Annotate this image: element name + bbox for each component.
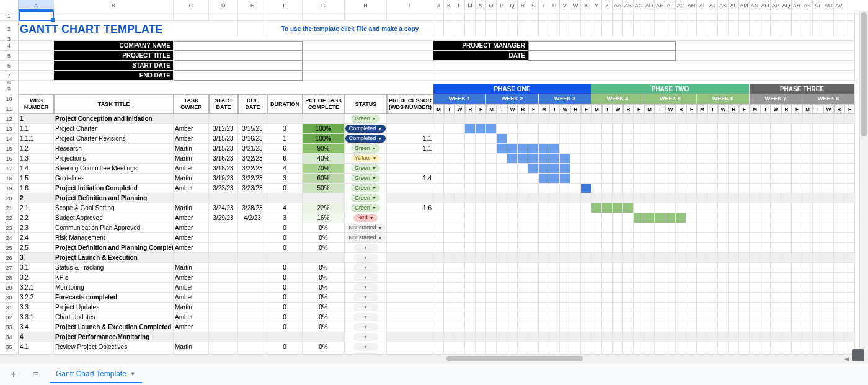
horizontal-scrollbar[interactable]: ◀ ▶ <box>0 354 859 363</box>
row-header[interactable]: 29 <box>0 283 19 293</box>
column-header-Y[interactable]: Y <box>591 0 602 11</box>
meta-label[interactable]: END DATE <box>54 71 174 81</box>
day-header[interactable]: R <box>728 104 739 114</box>
row-header[interactable]: 14 <box>0 134 19 144</box>
day-header[interactable]: M <box>802 104 813 114</box>
status-cell[interactable]: ▼ <box>345 273 387 283</box>
day-header[interactable]: W <box>560 104 570 114</box>
status-cell[interactable]: ▼ <box>345 312 387 322</box>
day-header[interactable]: T <box>655 104 665 114</box>
column-header-AH[interactable]: AH <box>686 0 697 11</box>
day-header[interactable]: M <box>644 104 655 114</box>
week-header[interactable]: WEEK 3 <box>539 94 591 104</box>
phase-header[interactable]: PHASE ONE <box>433 84 591 94</box>
status-cell[interactable]: Green ▼ <box>345 174 387 184</box>
meta-label[interactable]: PROJECT TITLE <box>54 51 174 61</box>
column-header-Z[interactable]: Z <box>602 0 613 11</box>
row-header[interactable]: 31 <box>0 303 19 312</box>
status-pill[interactable]: ▼ <box>353 333 378 341</box>
row-header[interactable]: 25 <box>0 243 19 253</box>
column-header-AT[interactable]: AT <box>813 0 823 11</box>
status-cell[interactable]: ▼ <box>345 322 387 332</box>
status-cell[interactable]: Red ▼ <box>345 213 387 223</box>
column-header-I[interactable]: I <box>387 0 433 11</box>
week-header[interactable]: WEEK 4 <box>591 94 644 104</box>
day-header[interactable]: M <box>539 104 549 114</box>
day-header[interactable]: T <box>444 104 454 114</box>
day-header[interactable]: F <box>792 104 802 114</box>
status-pill[interactable]: ▼ <box>353 254 378 262</box>
column-header-K[interactable]: K <box>444 0 454 11</box>
phase-header[interactable]: PHASE TWO <box>591 84 750 94</box>
status-cell[interactable]: ▼ <box>345 253 387 263</box>
column-header-AL[interactable]: AL <box>728 0 739 11</box>
column-header-AP[interactable]: AP <box>771 0 781 11</box>
table-header-pct[interactable]: PCT OF TASK COMPLETE <box>303 94 345 114</box>
column-header-AO[interactable]: AO <box>760 0 771 11</box>
column-header-J[interactable]: J <box>433 0 444 11</box>
table-header-wbs[interactable]: WBS NUMBER <box>19 94 54 114</box>
day-header[interactable]: T <box>707 104 718 114</box>
status-cell[interactable]: Green ▼ <box>345 184 387 193</box>
status-pill[interactable]: ▼ <box>353 244 378 252</box>
scrollbar-thumb[interactable] <box>446 356 583 361</box>
table-header-owner[interactable]: TASK OWNER <box>174 94 209 114</box>
row-header[interactable]: 30 <box>0 293 19 303</box>
status-cell[interactable]: ▼ <box>345 283 387 293</box>
add-sheet-button[interactable]: + <box>5 366 22 383</box>
column-header-AV[interactable]: AV <box>834 0 844 11</box>
day-header[interactable]: W <box>771 104 781 114</box>
row-header[interactable]: 12 <box>0 114 19 124</box>
meta-label[interactable]: DATE <box>433 51 528 61</box>
day-header[interactable]: T <box>497 104 507 114</box>
day-header[interactable]: F <box>686 104 697 114</box>
column-header-AB[interactable]: AB <box>623 0 634 11</box>
row-header[interactable]: 13 <box>0 124 19 134</box>
subtitle[interactable]: To use the template click File and make … <box>267 21 433 37</box>
column-header-R[interactable]: R <box>518 0 528 11</box>
day-header[interactable]: R <box>570 104 581 114</box>
status-pill[interactable]: ▼ <box>353 263 378 272</box>
status-pill[interactable]: Green ▼ <box>351 184 380 192</box>
status-cell[interactable]: Green ▼ <box>345 203 387 213</box>
day-header[interactable]: R <box>781 104 792 114</box>
select-all-corner[interactable] <box>0 0 19 11</box>
day-header[interactable]: T <box>760 104 771 114</box>
row-header[interactable]: 26 <box>0 253 19 263</box>
day-header[interactable]: W <box>613 104 623 114</box>
row-header[interactable]: 4 <box>0 41 19 51</box>
day-header[interactable]: M <box>750 104 760 114</box>
column-header-V[interactable]: V <box>560 0 570 11</box>
day-header[interactable]: W <box>718 104 728 114</box>
day-header[interactable]: T <box>813 104 823 114</box>
column-header-AR[interactable]: AR <box>792 0 802 11</box>
table-header-dur[interactable]: DURATION <box>267 94 303 114</box>
column-header-P[interactable]: P <box>497 0 507 11</box>
week-header[interactable]: WEEK 1 <box>433 94 486 104</box>
row-header[interactable]: 11 <box>0 104 19 114</box>
row-header[interactable]: 35 <box>0 342 19 352</box>
column-header-AS[interactable]: AS <box>802 0 813 11</box>
meta-label[interactable]: PROJECT MANAGER <box>433 41 528 51</box>
status-pill[interactable]: Not started ▼ <box>345 224 386 232</box>
column-header-C[interactable]: C <box>174 0 209 11</box>
column-header-W[interactable]: W <box>570 0 581 11</box>
day-header[interactable]: M <box>433 104 444 114</box>
status-cell[interactable]: Green ▼ <box>345 144 387 154</box>
column-header-U[interactable]: U <box>549 0 560 11</box>
column-header-X[interactable]: X <box>581 0 591 11</box>
sheet-tab[interactable]: Gantt Chart Template ▼ <box>50 366 142 383</box>
column-header-AJ[interactable]: AJ <box>707 0 718 11</box>
status-cell[interactable]: Yellow ▼ <box>345 154 387 164</box>
day-header[interactable]: W <box>507 104 518 114</box>
status-cell[interactable]: Green ▼ <box>345 164 387 174</box>
row-header[interactable]: 9 <box>0 84 19 94</box>
row-header[interactable]: 33 <box>0 322 19 332</box>
status-pill[interactable]: ▼ <box>353 283 378 291</box>
row-header[interactable]: 2 <box>0 21 19 37</box>
row-header[interactable]: 23 <box>0 223 19 233</box>
meta-label[interactable]: COMPANY NAME <box>54 41 174 51</box>
column-header-H[interactable]: H <box>345 0 387 11</box>
column-header-E[interactable]: E <box>238 0 267 11</box>
row-header[interactable]: 18 <box>0 174 19 184</box>
